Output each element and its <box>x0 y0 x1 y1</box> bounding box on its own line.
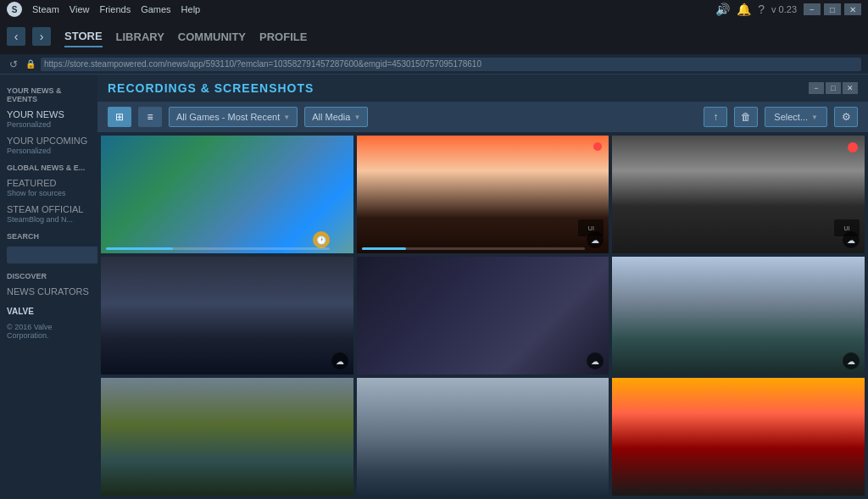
lock-icon: 🔒 <box>25 59 36 69</box>
valve-copyright: © 2016 Valve Corporation. <box>0 323 97 343</box>
maximize-button[interactable]: □ <box>824 3 841 15</box>
sidebar-item-steam-official[interactable]: STEAM OFFICIAL SteamBlog and N... <box>0 201 97 227</box>
red-indicator <box>848 142 858 152</box>
screenshots-grid: 🕐 UI ☁ UI ☁ <box>97 132 868 499</box>
toolbar: ⊞ ≡ All Games - Most Recent ▼ All Media … <box>97 102 868 132</box>
tab-community[interactable]: COMMUNITY <box>178 27 246 47</box>
minimize-button[interactable]: − <box>804 3 821 15</box>
filter-games-dropdown[interactable]: All Games - Most Recent ▼ <box>169 107 298 127</box>
tab-library[interactable]: LIBRARY <box>116 27 164 47</box>
menu-steam[interactable]: Steam <box>32 4 59 14</box>
filter-media-arrow: ▼ <box>353 114 360 121</box>
filter-media-dropdown[interactable]: All Media ▼ <box>304 107 368 127</box>
content-panel: RECORDINGS & SCREENSHOTS − □ ✕ ⊞ ≡ All G… <box>97 75 868 499</box>
screenshot-item-5[interactable]: ☁ <box>357 257 609 374</box>
navbar: ‹ › STORE LIBRARY COMMUNITY PROFILE <box>0 19 868 54</box>
sidebar-section-discover: DISCOVER <box>0 267 97 283</box>
upload-button[interactable]: ↑ <box>704 107 727 127</box>
menu-games[interactable]: Games <box>141 4 170 14</box>
titlebar-menu: S Steam View Friends Games Help <box>7 2 200 17</box>
sidebar: YOUR NEWS & EVENTS YOUR NEWS Personalize… <box>0 75 97 499</box>
screenshot-item-7[interactable] <box>101 378 353 496</box>
sidebar-item-your-upcoming[interactable]: YOUR UPCOMING Personalized <box>0 132 97 158</box>
view-grid-button[interactable]: ⊞ <box>108 107 131 127</box>
notification-icon: 🔔 <box>737 3 751 16</box>
main-layout: YOUR NEWS & EVENTS YOUR NEWS Personalize… <box>0 75 868 499</box>
screenshot-item-8[interactable] <box>357 378 609 496</box>
sidebar-search-form: Go <box>7 247 91 263</box>
sidebar-item-featured[interactable]: FEATURED Show for sources <box>0 175 97 201</box>
urlbar: ↺ 🔒 <box>0 54 868 75</box>
panel-title: RECORDINGS & SCREENSHOTS <box>108 81 314 95</box>
panel-maximize-button[interactable]: □ <box>826 82 841 94</box>
clock-icon: 🕐 <box>313 231 330 248</box>
panel-header: RECORDINGS & SCREENSHOTS − □ ✕ <box>97 75 868 102</box>
screenshot-item-1[interactable]: 🕐 <box>101 136 353 253</box>
filter-games-arrow: ▼ <box>283 114 290 121</box>
panel-minimize-button[interactable]: − <box>809 82 824 94</box>
sidebar-item-news-curators[interactable]: NEWS CURATORS <box>0 283 97 300</box>
delete-button[interactable]: 🗑 <box>734 107 758 127</box>
select-arrow: ▼ <box>811 114 818 121</box>
titlebar: S Steam View Friends Games Help 🔊 🔔 ? v … <box>0 0 868 19</box>
sidebar-search-input[interactable] <box>7 247 97 263</box>
tab-profile[interactable]: PROFILE <box>259 27 307 47</box>
screenshot-item-4[interactable]: ☁ <box>101 257 353 374</box>
nav-tabs: STORE LIBRARY COMMUNITY PROFILE <box>64 26 307 47</box>
window-controls: − □ ✕ <box>804 3 861 15</box>
steam-logo: S <box>7 2 22 17</box>
panel-window-buttons: − □ ✕ <box>809 82 858 94</box>
help-icon: ? <box>758 3 765 16</box>
screenshot-item-3[interactable]: UI ☁ <box>612 136 865 253</box>
cloud-badge-6: ☁ <box>843 352 860 369</box>
select-button[interactable]: Select... ▼ <box>765 107 827 127</box>
valve-logo: VALVE <box>0 300 97 323</box>
close-button[interactable]: ✕ <box>844 3 861 15</box>
progress-bar-2 <box>362 247 586 250</box>
sidebar-section-news-events: YOUR NEWS & EVENTS <box>0 81 97 106</box>
system-tray: 🔊 🔔 ? v 0.23 <box>715 3 804 16</box>
sidebar-item-your-news[interactable]: YOUR NEWS Personalized <box>0 106 97 132</box>
panel-close-button[interactable]: ✕ <box>843 82 858 94</box>
settings-button[interactable]: ⚙ <box>834 107 858 127</box>
sidebar-section-global-news: GLOBAL NEWS & E... <box>0 158 97 175</box>
view-list-button[interactable]: ≡ <box>138 107 162 127</box>
tab-store[interactable]: STORE <box>64 26 103 47</box>
progress-bar <box>106 247 330 250</box>
back-button[interactable]: ‹ <box>7 27 25 46</box>
menu-help[interactable]: Help <box>181 4 201 14</box>
screenshot-item-2[interactable]: UI ☁ <box>357 136 609 253</box>
cloud-badge-4: ☁ <box>331 352 348 369</box>
screenshot-item-6[interactable]: ☁ <box>612 257 865 374</box>
refresh-button[interactable]: ↺ <box>7 58 20 71</box>
speaker-icon: 🔊 <box>715 3 730 16</box>
cloud-badge-3: ☁ <box>843 231 860 248</box>
menu-friends[interactable]: Friends <box>99 4 131 14</box>
forward-button[interactable]: › <box>32 27 51 46</box>
menu-view[interactable]: View <box>70 4 90 14</box>
url-input[interactable] <box>41 58 861 71</box>
system-time: v 0.23 <box>771 4 797 14</box>
screenshot-item-9[interactable] <box>612 378 865 496</box>
sidebar-section-search: SEARCH <box>0 227 97 243</box>
